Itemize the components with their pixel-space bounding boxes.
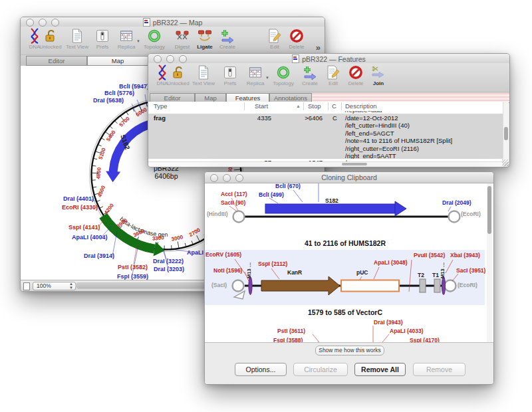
options-button[interactable]: Options... [235, 363, 287, 376]
site-label: FspI (3559) [117, 273, 148, 280]
features-titlebar[interactable]: pBR322 — Features [148, 54, 509, 64]
window-title: pBR322 — Features [148, 54, 509, 63]
cell-description: /date=12-Oct-2012/left_cutter=HindIII (4… [345, 114, 452, 159]
tick-label: 5400 [105, 129, 117, 142]
prefs-icon [217, 64, 243, 80]
fragment1-left-end-circle [233, 211, 245, 223]
topology-icon [142, 28, 167, 44]
remove-all-button[interactable]: Remove All [354, 363, 406, 376]
site-label: ApaLI (4033) [390, 328, 424, 334]
textview-icon [65, 28, 90, 44]
toolbar-button-topology[interactable]: Topology [271, 64, 296, 86]
tick-label: 2700 [188, 227, 201, 238]
toolbar-button-unlocked[interactable]: Unlocked [166, 64, 191, 86]
description-line: /left_end=5AGCT [345, 130, 452, 137]
site-label: DraI (2049) [442, 199, 471, 206]
toolbar-button-delete[interactable]: Delete [343, 64, 368, 86]
map-toolbar: DNAUnlockedText ViewPrefsReplica▼Topolog… [21, 27, 325, 55]
features-horizontal-scrollbar[interactable] [148, 161, 503, 167]
toolbar-button-replica[interactable]: Replica▼ [243, 64, 268, 86]
scrollbar-thumb[interactable] [504, 127, 508, 140]
toolbar-button-replica[interactable]: Replica▼ [114, 28, 139, 50]
unlock-icon [166, 64, 191, 80]
clipboard-vertical-scrollbar[interactable] [487, 183, 492, 342]
toolbar-button-create[interactable]: Create [215, 28, 240, 50]
scrollbar-thumb[interactable] [342, 163, 367, 165]
site-label: S182 [325, 197, 338, 204]
site-label: DraI (3222) [153, 258, 184, 264]
dropdown-arrow-icon[interactable]: ▼ [265, 76, 269, 80]
toolbar-button-prefs[interactable]: Prefs [217, 64, 243, 86]
stepper-icon[interactable]: ▲▼ [69, 282, 73, 290]
s182-map-arrowhead [106, 171, 120, 183]
window-title: pBR322 — Map [21, 18, 325, 27]
zoom-level-control[interactable]: 100%▲▼ [33, 282, 76, 290]
cloning-clipboard-window[interactable]: Cloning Clipboard 41 to 2116 of HUMS182R… [204, 171, 494, 385]
s182-arrow-head [395, 201, 406, 216]
site-label: PstI (3582) [118, 264, 148, 270]
site-label: BclI (5947) [119, 83, 149, 90]
table-header[interactable]: Type Start ▲ Stop C Description [148, 102, 503, 112]
desktop: pBR322 — Map DNAUnlockedText ViewPrefsRe… [0, 0, 532, 412]
site-label: SspI (4141) [68, 224, 100, 231]
tick-label: 5100 [98, 147, 107, 160]
document-icon [292, 54, 299, 63]
fragment2-title: 41 to 2116 of HUMS182R [205, 239, 485, 247]
clipboard-titlebar[interactable]: Cloning Clipboard [205, 172, 493, 183]
tick-label: 3300 [152, 235, 165, 242]
toolbar-overflow-button[interactable]: » [316, 43, 321, 52]
toolbar-button-unlocked[interactable]: Unlocked [38, 28, 63, 50]
toolbar-button-edit[interactable]: Edit [321, 64, 346, 86]
toolbar-button-delete[interactable]: Delete [284, 28, 309, 50]
clipboard-buttonbar: Show me how this works Options...Circula… [205, 342, 493, 384]
toolbar-button-digest[interactable]: Digest [170, 28, 195, 50]
site-label: SacII (90) [221, 199, 245, 206]
dropdown-arrow-icon[interactable]: ▼ [136, 39, 140, 43]
circularize-button[interactable]: Circularize [293, 363, 348, 376]
create-icon [215, 28, 240, 44]
toolbar-button-create[interactable]: Create [297, 64, 323, 86]
features-vertical-scrollbar[interactable] [503, 102, 509, 162]
textview-icon [191, 64, 216, 80]
tab-map[interactable]: Map [87, 56, 148, 66]
remove-button[interactable]: Remove [413, 363, 466, 376]
toolbar-button-join[interactable]: Join [366, 64, 391, 86]
toolbar-button-text-view[interactable]: Text View [191, 64, 216, 86]
create-icon [297, 64, 323, 80]
s182-arrow-body[interactable] [265, 204, 395, 213]
topology-icon [271, 64, 296, 80]
beta-lactamase-arrowhead [154, 242, 166, 257]
site-label: ApaLI (4004) [72, 234, 108, 241]
tick-label: 4800 [95, 167, 102, 179]
features-toolbar: DNAUnlockedText ViewPrefsReplica▼Topolog… [148, 63, 509, 92]
cell-stop: >6406 [296, 114, 323, 122]
tick-label: 4200 [103, 202, 115, 215]
column-header-stop[interactable]: Stop [308, 102, 321, 110]
toolbar-button-text-view[interactable]: Text View [65, 28, 90, 50]
site-label: (EcoRI) [461, 211, 481, 217]
resize-grip[interactable] [502, 159, 509, 166]
map-titlebar[interactable]: pBR322 — Map [21, 17, 325, 27]
column-header-description[interactable]: Description [345, 102, 377, 110]
page-icon[interactable] [23, 282, 30, 290]
tab-editor[interactable]: Editor [26, 56, 87, 66]
table-row-selected[interactable]: frag 4335 >6406 C /date=12-Oct-2012/left… [148, 114, 503, 159]
column-header-start[interactable]: Start [255, 102, 268, 110]
join-icon [366, 64, 391, 80]
tick-label: 4500 [96, 185, 106, 198]
help-button[interactable]: Show me how this works [315, 346, 384, 356]
cell-start: 4335 [241, 114, 271, 122]
fragment3-title: 1579 to 585 of VectorC [205, 308, 485, 316]
beta-lactamase-arrow[interactable] [103, 216, 154, 249]
column-header-c[interactable]: C [332, 102, 336, 110]
sort-ascending-icon: ▲ [296, 104, 301, 108]
features-window[interactable]: pBR322 — Features DNAUnlockedText ViewPr… [148, 53, 510, 167]
site-label: PstI (3611) [277, 328, 305, 334]
toolbar-button-prefs[interactable]: Prefs [90, 28, 115, 50]
site-label: BclI (499) [259, 191, 284, 198]
column-header-type[interactable]: Type [154, 102, 168, 110]
toolbar-button-topology[interactable]: Topology [142, 28, 167, 50]
toolbar-button-ligate[interactable]: Ligate [192, 28, 217, 50]
description-line: /left_cutter=HindIII (40) [345, 122, 452, 129]
scrollbar-thumb[interactable] [487, 186, 491, 234]
